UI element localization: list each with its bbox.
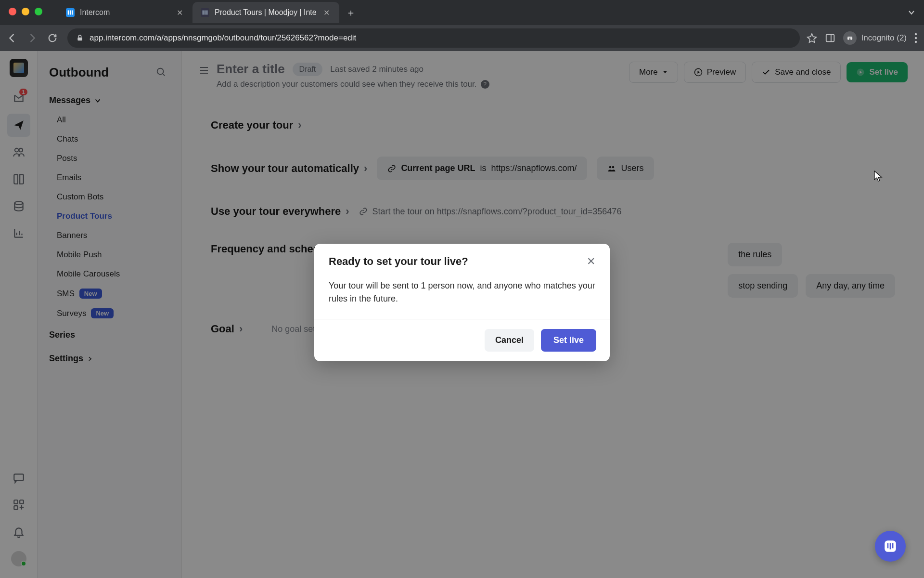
- incognito-indicator[interactable]: Incognito (2): [843, 31, 907, 45]
- svg-point-14: [915, 37, 917, 39]
- svg-rect-29: [887, 543, 889, 549]
- browser-menu-icon[interactable]: [914, 33, 917, 43]
- address-bar[interactable]: app.intercom.com/a/apps/nnsgmgob/outboun…: [67, 28, 800, 48]
- svg-rect-2: [70, 11, 71, 15]
- modal-body: Your tour will be sent to 1 person now, …: [314, 273, 610, 319]
- incognito-label: Incognito (2): [861, 33, 907, 43]
- browser-tab[interactable]: Intercom ✕: [58, 2, 192, 23]
- svg-rect-30: [890, 543, 891, 550]
- svg-rect-3: [72, 11, 73, 15]
- browser-toolbar: app.intercom.com/a/apps/nnsgmgob/outboun…: [0, 25, 924, 51]
- lock-icon: [76, 34, 84, 42]
- forward-button[interactable]: [27, 33, 40, 43]
- svg-point-15: [915, 41, 917, 43]
- favicon-icon: [65, 8, 75, 17]
- tab-title: Product Tours | Moodjoy | Inte: [215, 8, 317, 17]
- mouse-cursor: [874, 171, 883, 182]
- favicon-icon: [200, 8, 210, 17]
- reload-button[interactable]: [47, 33, 61, 43]
- svg-rect-8: [77, 38, 82, 41]
- url-text: app.intercom.com/a/apps/nnsgmgob/outboun…: [90, 33, 356, 43]
- panel-icon[interactable]: [825, 33, 835, 43]
- svg-rect-1: [68, 11, 69, 15]
- svg-point-11: [847, 38, 849, 40]
- tab-title: Intercom: [80, 8, 170, 17]
- mac-close[interactable]: [9, 8, 16, 15]
- incognito-icon: [843, 31, 857, 45]
- intercom-launcher[interactable]: [875, 531, 906, 562]
- svg-rect-6: [205, 11, 205, 15]
- tabs-overflow-icon[interactable]: [908, 9, 915, 16]
- browser-tab-strip: Intercom ✕ Product Tours | Moodjoy | Int…: [0, 0, 924, 25]
- confirm-modal: Ready to set your tour live? ✕ Your tour…: [314, 244, 610, 361]
- svg-rect-5: [203, 11, 204, 15]
- bookmark-icon[interactable]: [807, 33, 817, 43]
- modal-close-button[interactable]: ✕: [587, 255, 595, 268]
- confirm-set-live-button[interactable]: Set live: [541, 329, 596, 352]
- svg-rect-9: [826, 35, 834, 42]
- modal-overlay[interactable]: Ready to set your tour live? ✕ Your tour…: [0, 51, 924, 578]
- svg-rect-7: [206, 11, 207, 15]
- mac-maximize[interactable]: [35, 8, 42, 15]
- svg-rect-31: [892, 543, 894, 549]
- back-button[interactable]: [7, 33, 20, 43]
- tab-close-icon[interactable]: ✕: [175, 8, 185, 17]
- cancel-button[interactable]: Cancel: [485, 329, 534, 352]
- svg-point-12: [850, 38, 852, 40]
- tab-close-icon[interactable]: ✕: [321, 8, 332, 17]
- mac-minimize[interactable]: [22, 8, 29, 15]
- messenger-icon: [883, 539, 898, 553]
- new-tab-button[interactable]: ＋: [339, 6, 362, 19]
- modal-title: Ready to set your tour live?: [329, 255, 468, 268]
- svg-point-13: [915, 33, 917, 35]
- browser-tab-active[interactable]: Product Tours | Moodjoy | Inte ✕: [192, 2, 339, 23]
- mac-window-controls: [9, 8, 42, 15]
